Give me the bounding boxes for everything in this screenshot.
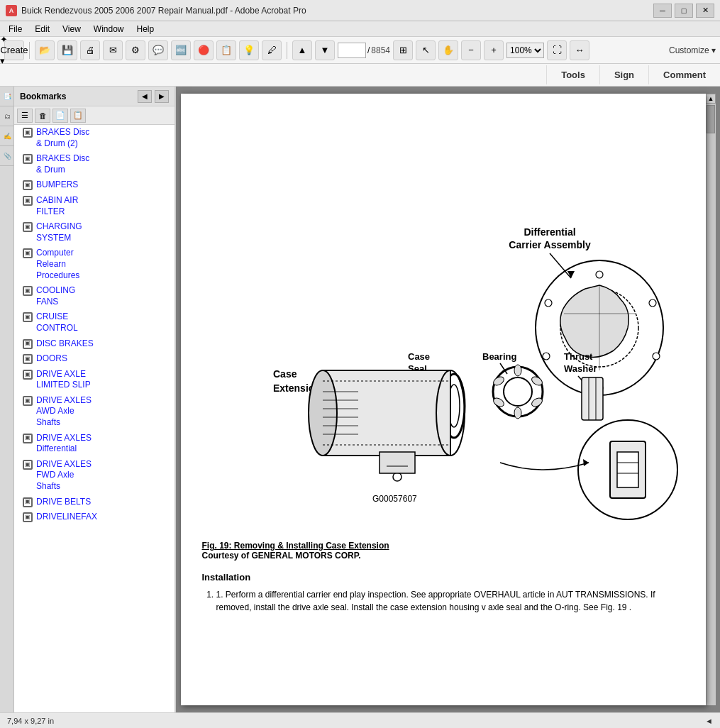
open-button[interactable]: 📂	[35, 40, 55, 60]
page-number-input[interactable]: 727	[338, 43, 366, 58]
sidebar-item-drive-axles-awd[interactable]: ▣DRIVE AXLES AWD Axle Shafts	[14, 393, 175, 431]
bookmarks-tab-icon[interactable]: 📑	[0, 87, 14, 106]
sidebar-item-brakes-disc-drum-2[interactable]: ▣BRAKES Disc & Drum (2)	[14, 125, 175, 151]
svg-rect-37	[323, 370, 450, 456]
sidebar-item-cabin-air-filter[interactable]: ▣CABIN AIR FILTER	[14, 193, 175, 219]
print-button[interactable]: 🖨	[80, 40, 100, 60]
save-button[interactable]: 💾	[57, 40, 77, 60]
bookmark-label: DRIVE AXLES AWD Axle Shafts	[36, 395, 170, 429]
app-icon: A	[6, 5, 17, 16]
svg-marker-56	[583, 459, 589, 466]
scroll-up-arrow[interactable]: ▲	[706, 94, 716, 104]
main-layout: 📑 🗂 ✍ 📎 Bookmarks ◀ ▶ ☰ 🗑 📄 📋 ▣BRAKES Di…	[0, 87, 720, 712]
bookmark-label: CHARGING SYSTEM	[36, 221, 170, 243]
tab-tools[interactable]: Tools	[546, 65, 599, 84]
page-input-group: 727 / 8854	[338, 43, 390, 58]
sidebar-item-bumpers[interactable]: ▣BUMPERS	[14, 177, 175, 193]
courtesy-text: Courtesy of GENERAL MOTORS CORP.	[202, 551, 361, 561]
sidebar-bookmark-list: ▣BRAKES Disc & Drum (2)▣BRAKES Disc & Dr…	[14, 125, 175, 712]
zoom-out-button[interactable]: −	[461, 40, 481, 60]
maximize-button[interactable]: □	[675, 4, 693, 18]
prev-page-button[interactable]: ▲	[292, 40, 312, 60]
zoom-in-button[interactable]: +	[484, 40, 504, 60]
scroll-left-hint[interactable]: ◄	[705, 717, 713, 725]
tab-comment[interactable]: Comment	[648, 65, 720, 84]
pdf-scroll-area[interactable]: Differential Carrier Assembly	[176, 87, 720, 712]
customize-button[interactable]: Customize ▾	[669, 45, 716, 55]
pages-tab-icon[interactable]: 🗂	[0, 106, 14, 126]
bookmark-icon: ▣	[23, 396, 33, 406]
tools-btn-6[interactable]: 💡	[239, 40, 259, 60]
sidebar-next-button[interactable]: ▶	[155, 90, 169, 103]
menu-help[interactable]: Help	[131, 23, 160, 35]
sidebar-prev-button[interactable]: ◀	[138, 90, 152, 103]
sidebar-item-computer-relearn[interactable]: ▣Computer Relearn Procedures	[14, 246, 175, 283]
sidebar-item-cruise-control[interactable]: ▣CRUISE CONTROL	[14, 309, 175, 336]
tools-btn-3[interactable]: 🔤	[171, 40, 191, 60]
fit-width-button[interactable]: ↔	[570, 40, 589, 60]
svg-point-24	[504, 377, 532, 406]
menu-edit[interactable]: Edit	[29, 23, 55, 35]
scroll-thumb[interactable]	[707, 105, 715, 133]
sidebar-item-cooling-fans[interactable]: ▣COOLING FANS	[14, 283, 175, 309]
hand-tool[interactable]: ✋	[438, 40, 458, 60]
bookmark-icon: ▣	[23, 248, 33, 258]
sidebar-delete-button[interactable]: 🗑	[35, 109, 50, 123]
menu-view[interactable]: View	[57, 23, 87, 35]
tab-sign[interactable]: Sign	[599, 65, 648, 84]
fit-btn-1[interactable]: ⊞	[393, 40, 413, 60]
signatures-tab-icon[interactable]: ✍	[0, 126, 14, 146]
sidebar-item-brakes-disc-drum[interactable]: ▣BRAKES Disc & Drum	[14, 151, 175, 177]
menu-window[interactable]: Window	[88, 23, 130, 35]
sidebar-item-drivelinefax[interactable]: ▣DRIVELINEFAX	[14, 509, 175, 525]
sidebar-item-drive-axle-limited-slip[interactable]: ▣DRIVE AXLE LIMITED SLIP	[14, 367, 175, 393]
bookmark-label: BRAKES Disc & Drum	[36, 153, 170, 175]
bookmark-label: DISC BRAKES	[36, 338, 170, 350]
menu-file[interactable]: File	[3, 23, 28, 35]
fit-page-button[interactable]: ⛶	[547, 40, 567, 60]
sidebar-item-drive-axles-diff[interactable]: ▣DRIVE AXLES Differential	[14, 431, 175, 457]
separator-2	[287, 42, 287, 59]
sidebar-item-drive-belts[interactable]: ▣DRIVE BELTS	[14, 495, 175, 510]
bookmark-label: CABIN AIR FILTER	[36, 195, 170, 217]
tools-btn-1[interactable]: ⚙	[126, 40, 145, 60]
svg-text:G00057607: G00057607	[372, 494, 417, 504]
bookmark-label: DRIVE AXLES FWD Axle Shafts	[36, 459, 170, 492]
sidebar-item-disc-brakes[interactable]: ▣DISC BRAKES	[14, 336, 175, 352]
zoom-select[interactable]: 100% 75% 125% 150%	[506, 43, 544, 58]
svg-text:Washer: Washer	[564, 363, 597, 374]
svg-point-12	[543, 353, 550, 360]
svg-point-28	[514, 407, 521, 419]
create-button[interactable]: ✦ Create ▾	[4, 40, 24, 60]
close-button[interactable]: ✕	[696, 4, 714, 18]
bookmark-icon: ▣	[23, 222, 33, 232]
tools-btn-7[interactable]: 🖊	[262, 40, 282, 60]
sidebar-options-button[interactable]: ☰	[17, 109, 33, 123]
bookmark-label: DRIVELINEFAX	[36, 512, 170, 523]
status-bar: 7,94 x 9,27 in ◄	[0, 712, 720, 728]
attachments-tab-icon[interactable]: 📎	[0, 146, 14, 166]
minimize-button[interactable]: ─	[653, 4, 672, 18]
bookmark-label: DOORS	[36, 353, 170, 365]
diagram-svg: Differential Carrier Assembly	[202, 115, 685, 526]
svg-text:Differential: Differential	[524, 226, 575, 238]
sidebar-copy-button[interactable]: 📋	[70, 109, 86, 123]
right-scrollbar: ▲	[706, 94, 716, 705]
next-page-button[interactable]: ▼	[315, 40, 335, 60]
svg-text:Thrust: Thrust	[564, 351, 593, 362]
figure-caption: Fig. 19: Removing & Installing Case Exte…	[202, 541, 685, 561]
installation-list: 1. Perform a differential carrier end pl…	[202, 588, 685, 614]
tools-btn-2[interactable]: 💬	[148, 40, 168, 60]
installation-step-1: 1. Perform a differential carrier end pl…	[216, 588, 685, 614]
tools-btn-5[interactable]: 📋	[216, 40, 236, 60]
sidebar-new-button[interactable]: 📄	[52, 109, 68, 123]
svg-point-9	[649, 299, 656, 307]
bookmark-label: DRIVE AXLES Differential	[36, 433, 170, 455]
sidebar-item-drive-axles-fwd[interactable]: ▣DRIVE AXLES FWD Axle Shafts	[14, 457, 175, 495]
bookmark-icon: ▣	[23, 512, 33, 522]
email-button[interactable]: ✉	[103, 40, 123, 60]
sidebar-item-doors[interactable]: ▣DOORS	[14, 351, 175, 367]
tools-btn-4[interactable]: 🔴	[194, 40, 214, 60]
select-tool[interactable]: ↖	[416, 40, 436, 60]
sidebar-item-charging-system[interactable]: ▣CHARGING SYSTEM	[14, 219, 175, 246]
